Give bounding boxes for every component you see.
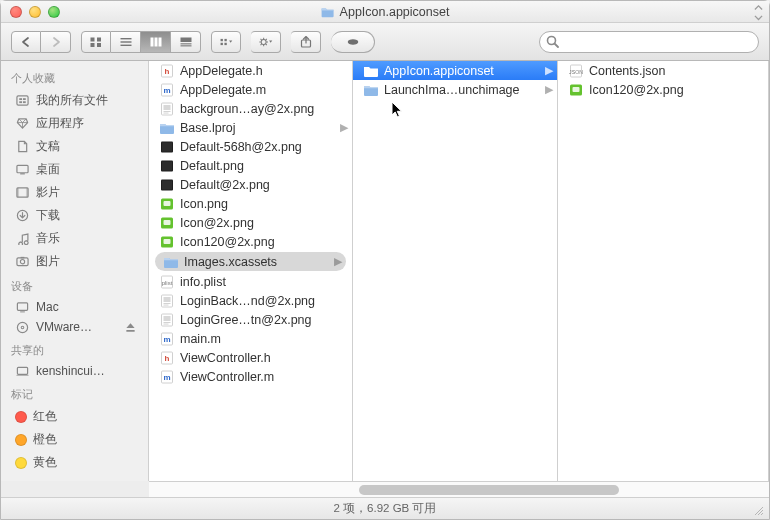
- sidebar-item[interactable]: kenshincui…: [1, 361, 148, 381]
- file-row[interactable]: Default-568h@2x.png: [149, 137, 352, 156]
- share-button[interactable]: [291, 31, 321, 53]
- file-row[interactable]: LoginBack…nd@2x.png: [149, 291, 352, 310]
- window-title: AppIcon.appiconset: [321, 5, 450, 19]
- svg-rect-10: [150, 37, 153, 46]
- sidebar-item[interactable]: 黄色: [1, 451, 148, 474]
- file-row[interactable]: LaunchIma…unchimage▶: [353, 80, 557, 99]
- svg-point-48: [21, 326, 24, 329]
- sidebar-item-label: 图片: [36, 253, 60, 270]
- file-row[interactable]: Default@2x.png: [149, 175, 352, 194]
- columns: hAppDelegate.hmAppDelegate.mbackgroun…ay…: [149, 61, 769, 481]
- svg-rect-49: [17, 367, 27, 374]
- minimize-button[interactable]: [29, 6, 41, 18]
- svg-rect-36: [17, 165, 28, 172]
- coverflow-view-button[interactable]: [171, 31, 201, 53]
- sidebar-item[interactable]: 下载: [1, 204, 148, 227]
- file-name: LoginBack…nd@2x.png: [180, 294, 315, 308]
- file-row[interactable]: plistinfo.plist: [149, 272, 352, 291]
- svg-rect-60: [162, 142, 172, 151]
- svg-point-30: [347, 39, 358, 44]
- close-button[interactable]: [10, 6, 22, 18]
- file-row[interactable]: mmain.m: [149, 329, 352, 348]
- svg-rect-17: [221, 42, 223, 44]
- sidebar-item-label: Mac: [36, 300, 59, 314]
- nav-buttons: [11, 31, 71, 53]
- file-row[interactable]: Base.lproj▶: [149, 118, 352, 137]
- sidebar-item[interactable]: 红色: [1, 405, 148, 428]
- sidebar-item[interactable]: Mac: [1, 297, 148, 317]
- file-row[interactable]: hViewController.h: [149, 348, 352, 367]
- search-input[interactable]: [539, 31, 759, 53]
- svg-rect-44: [21, 257, 25, 258]
- file-name: Default@2x.png: [180, 178, 270, 192]
- sidebar-item[interactable]: 桌面: [1, 158, 148, 181]
- file-row[interactable]: mViewController.m: [149, 367, 352, 386]
- file-name: Base.lproj: [180, 121, 236, 135]
- sidebar-item[interactable]: VMware…: [1, 317, 148, 337]
- icon-view-button[interactable]: [81, 31, 111, 53]
- status-text: 2 项，6.92 GB 可用: [334, 501, 437, 516]
- resize-handle[interactable]: [753, 505, 765, 517]
- sidebar-item[interactable]: 图片: [1, 250, 148, 273]
- svg-text:m: m: [163, 373, 170, 382]
- file-row[interactable]: hAppDelegate.h: [149, 61, 352, 80]
- file-row[interactable]: mAppDelegate.m: [149, 80, 352, 99]
- file-row[interactable]: Icon120@2x.png: [149, 232, 352, 251]
- sidebar-item[interactable]: 文稿: [1, 135, 148, 158]
- svg-rect-31: [17, 96, 28, 105]
- svg-rect-33: [23, 98, 26, 100]
- file-row[interactable]: Icon@2x.png: [149, 213, 352, 232]
- eject-icon[interactable]: [123, 321, 138, 334]
- svg-rect-50: [16, 374, 28, 375]
- sidebar-section-header: 设备: [1, 273, 148, 297]
- forward-button[interactable]: [41, 31, 71, 53]
- file-name: AppDelegate.m: [180, 83, 266, 97]
- svg-rect-58: [164, 112, 169, 113]
- file-row[interactable]: Default.png: [149, 156, 352, 175]
- svg-rect-68: [164, 220, 171, 225]
- svg-rect-56: [164, 105, 171, 110]
- scrollbar-thumb[interactable]: [359, 485, 619, 495]
- svg-rect-7: [120, 38, 131, 39]
- svg-rect-14: [180, 43, 191, 44]
- column-view-button[interactable]: [141, 31, 171, 53]
- file-row[interactable]: Icon120@2x.png: [558, 80, 768, 99]
- file-row[interactable]: LoginGree…tn@2x.png: [149, 310, 352, 329]
- svg-rect-79: [164, 322, 171, 323]
- sidebar-item[interactable]: 应用程序: [1, 112, 148, 135]
- file-row[interactable]: Icon.png: [149, 194, 352, 213]
- sidebar-item[interactable]: 影片: [1, 181, 148, 204]
- svg-line-25: [260, 38, 261, 39]
- sidebar-item[interactable]: 我的所有文件: [1, 89, 148, 112]
- column: AppIcon.appiconset▶LaunchIma…unchimage▶: [353, 61, 558, 481]
- svg-rect-6: [97, 43, 101, 47]
- horizontal-scrollbar[interactable]: [149, 481, 769, 497]
- sidebar-item-label: VMware…: [36, 320, 92, 334]
- tags-button[interactable]: [331, 31, 375, 53]
- file-name: Icon@2x.png: [180, 216, 254, 230]
- sidebar-section-header: 共享的: [1, 337, 148, 361]
- sidebar-item-label: 红色: [33, 408, 57, 425]
- svg-text:JSON: JSON: [569, 68, 583, 74]
- svg-rect-39: [17, 188, 19, 197]
- file-name: backgroun…ay@2x.png: [180, 102, 314, 116]
- list-view-button[interactable]: [111, 31, 141, 53]
- back-button[interactable]: [11, 31, 41, 53]
- sidebar-item[interactable]: 音乐: [1, 227, 148, 250]
- sidebar-item[interactable]: 橙色: [1, 428, 148, 451]
- svg-point-43: [20, 260, 24, 264]
- file-row[interactable]: Images.xcassets▶: [155, 252, 346, 271]
- action-button[interactable]: [251, 31, 281, 53]
- svg-rect-78: [164, 316, 171, 321]
- file-row[interactable]: JSONContents.json: [558, 61, 768, 80]
- svg-rect-19: [224, 42, 226, 44]
- fullscreen-button[interactable]: [754, 5, 763, 24]
- zoom-button[interactable]: [48, 6, 60, 18]
- file-row[interactable]: AppIcon.appiconset▶: [353, 61, 557, 80]
- file-name: Icon120@2x.png: [180, 235, 275, 249]
- arrange-button[interactable]: [211, 31, 241, 53]
- file-row[interactable]: backgroun…ay@2x.png: [149, 99, 352, 118]
- file-name: LoginGree…tn@2x.png: [180, 313, 312, 327]
- svg-rect-5: [91, 43, 95, 47]
- main-area: 个人收藏我的所有文件应用程序文稿桌面影片下载音乐图片设备MacVMware…共享…: [1, 61, 769, 481]
